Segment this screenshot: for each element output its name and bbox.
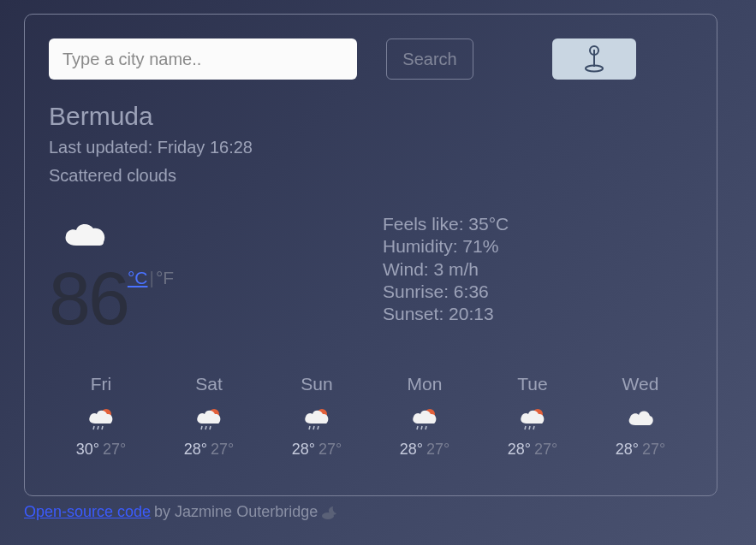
forecast-low: 27° [103, 441, 126, 458]
details-block: Feels like: 35°C Humidity: 71% Wind: 3 m… [383, 213, 509, 336]
current-weather-icon [61, 218, 357, 256]
forecast-day-label: Sun [270, 374, 364, 394]
unit-fahrenheit[interactable]: °F [156, 268, 174, 288]
forecast-day: Sun 28°27° [270, 374, 364, 459]
unit-separator: | [149, 268, 153, 288]
svg-line-12 [309, 426, 310, 429]
search-row: Search [49, 39, 693, 80]
forecast-high: 28° [184, 441, 207, 458]
forecast-day: Tue 28°27° [485, 374, 580, 459]
svg-line-10 [210, 426, 211, 429]
sun-rain-cloud-icon [54, 406, 148, 432]
forecast-day-label: Sat [162, 374, 256, 394]
wind: Wind: 3 m/h [383, 258, 509, 281]
forecast-high: 30° [76, 441, 99, 458]
forecast-low: 27° [211, 441, 234, 458]
forecast-high: 28° [508, 441, 531, 458]
forecast-day-label: Tue [485, 374, 580, 394]
svg-line-4 [93, 426, 94, 429]
forecast-row: Fri 30°27° Sat 28°27° Sun 28°27° Mon 28°… [49, 374, 693, 459]
sun-rain-cloud-icon [485, 406, 580, 432]
unit-celsius[interactable]: °C [128, 268, 148, 288]
svg-line-13 [313, 426, 314, 429]
svg-line-14 [318, 426, 318, 429]
forecast-temps: 28°27° [378, 441, 472, 459]
location-pin-icon [582, 45, 606, 73]
forecast-day: Wed 28°27° [593, 374, 688, 459]
sun-rain-cloud-icon [270, 406, 364, 432]
sunrise: Sunrise: 6:36 [383, 281, 509, 303]
svg-line-21 [529, 426, 530, 429]
forecast-day: Sat 28°27° [162, 374, 256, 459]
forecast-temps: 30°27° [54, 441, 148, 459]
footer: Open-source code by Jazmine Outerbridge [24, 503, 340, 521]
forecast-day-label: Mon [378, 374, 472, 394]
condition-text: Scattered clouds [49, 164, 693, 187]
svg-line-16 [417, 426, 418, 429]
last-updated: Last updated: Friday 16:28 [49, 136, 693, 159]
svg-line-9 [205, 426, 206, 429]
forecast-high: 28° [292, 441, 315, 458]
svg-line-5 [98, 426, 98, 429]
svg-line-8 [201, 426, 202, 429]
city-input[interactable] [49, 39, 357, 80]
forecast-low: 27° [534, 441, 557, 458]
open-source-link[interactable]: Open-source code [24, 503, 151, 521]
feels-like: Feels like: 35°C [383, 213, 509, 235]
forecast-low: 27° [318, 441, 342, 458]
forecast-high: 28° [616, 441, 639, 458]
forecast-low: 27° [426, 441, 449, 458]
sun-rain-cloud-icon [378, 406, 472, 432]
temperature-row: 86 °C | °F [49, 261, 357, 336]
forecast-day-label: Wed [593, 374, 688, 394]
location-name: Bermuda [49, 102, 693, 131]
forecast-temps: 28°27° [485, 441, 580, 459]
svg-line-17 [421, 426, 422, 429]
svg-line-20 [525, 426, 526, 429]
forecast-temps: 28°27° [162, 441, 256, 459]
svg-point-23 [322, 512, 334, 519]
forecast-high: 28° [400, 441, 423, 458]
temperature-value: 86 [49, 261, 128, 336]
forecast-temps: 28°27° [593, 441, 688, 459]
weather-card: Search Bermuda Last updated: Friday 16:2… [24, 14, 717, 496]
cloud-icon [593, 406, 688, 432]
footer-author: by Jazmine Outerbridge [154, 503, 318, 521]
moon-cloud-icon [321, 505, 340, 520]
main-row: 86 °C | °F Feels like: 35°C Humidity: 71… [49, 218, 693, 336]
forecast-day: Mon 28°27° [378, 374, 472, 459]
forecast-day: Fri 30°27° [54, 374, 148, 459]
forecast-temps: 28°27° [270, 441, 364, 459]
sun-rain-cloud-icon [162, 406, 256, 432]
svg-line-22 [533, 426, 534, 429]
forecast-day-label: Fri [54, 374, 148, 394]
forecast-low: 27° [642, 441, 665, 458]
svg-line-6 [102, 426, 103, 429]
search-button[interactable]: Search [386, 39, 473, 80]
unit-toggle: °C | °F [128, 268, 174, 288]
current-block: 86 °C | °F [49, 218, 357, 336]
svg-line-18 [426, 426, 426, 429]
sunset: Sunset: 20:13 [383, 303, 509, 325]
locate-button[interactable] [552, 39, 636, 80]
humidity: Humidity: 71% [383, 235, 509, 258]
